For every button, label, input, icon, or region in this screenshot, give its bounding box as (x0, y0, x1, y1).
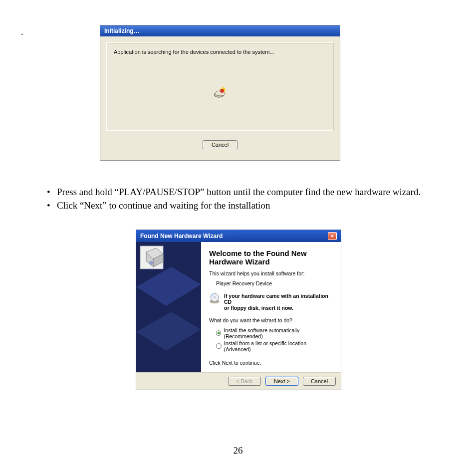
svg-point-11 (149, 261, 153, 265)
searching-spinner-icon (213, 87, 228, 98)
wizard-question: What do you want the wizard to do? (209, 317, 333, 324)
instruction-item: Click “Next” to continue and waiting for… (44, 199, 457, 213)
wizard-heading-line1: Welcome to the Found New (209, 249, 307, 257)
wizard-titlebar: Found New Hardware Wizard × (136, 230, 341, 242)
radio-unselected-icon (216, 343, 222, 349)
next-button[interactable]: Next > (265, 377, 298, 386)
device-name: Player Recovery Device (209, 280, 333, 287)
radio-option-auto[interactable]: Install the software automatically (Reco… (209, 327, 333, 339)
page-number: 26 (0, 445, 476, 456)
wizard-title: Found New Hardware Wizard (140, 233, 223, 239)
svg-point-14 (214, 296, 216, 299)
wizard-side-graphic (136, 242, 201, 372)
radio-option-advanced-label: Install from a list or specific location… (224, 340, 333, 352)
initializing-titlebar: Initializing… (100, 25, 340, 36)
wizard-heading: Welcome to the Found New Hardware Wizard (209, 249, 333, 266)
initializing-dialog: Initializing… Application is searching f… (100, 25, 340, 161)
cd-icon (209, 293, 220, 304)
leading-dot: . (21, 27, 23, 37)
wizard-heading-line2: Hardware Wizard (209, 257, 270, 266)
close-icon[interactable]: × (328, 232, 337, 240)
hardware-wizard-dialog: Found New Hardware Wizard × Welcome to t… (136, 230, 341, 390)
search-group: Application is searching for the devices… (106, 42, 334, 131)
cd-hint-line2: or floppy disk, insert it now. (224, 305, 293, 311)
instructions-block: Press and hold “PLAY/PAUSE/STOP” button … (18, 186, 457, 212)
wizard-cancel-button[interactable]: Cancel (303, 377, 336, 386)
radio-selected-icon (216, 330, 221, 336)
cancel-button[interactable]: Cancel (203, 140, 238, 149)
initializing-title: Initializing… (104, 27, 140, 34)
radio-option-advanced[interactable]: Install from a list or specific location… (209, 340, 333, 352)
cd-hint-line1: If your hardware came with an installati… (224, 293, 328, 305)
radio-option-auto-label: Install the software automatically (Reco… (224, 327, 333, 339)
wizard-content: Welcome to the Found New Hardware Wizard… (201, 242, 341, 372)
continue-hint: Click Next to continue. (209, 359, 333, 366)
searching-message: Application is searching for the devices… (114, 49, 326, 55)
instruction-item: Press and hold “PLAY/PAUSE/STOP” button … (44, 186, 457, 199)
back-button: < Back (228, 377, 261, 386)
wizard-intro-text: This wizard helps you install software f… (209, 270, 333, 277)
svg-point-3 (220, 89, 224, 93)
